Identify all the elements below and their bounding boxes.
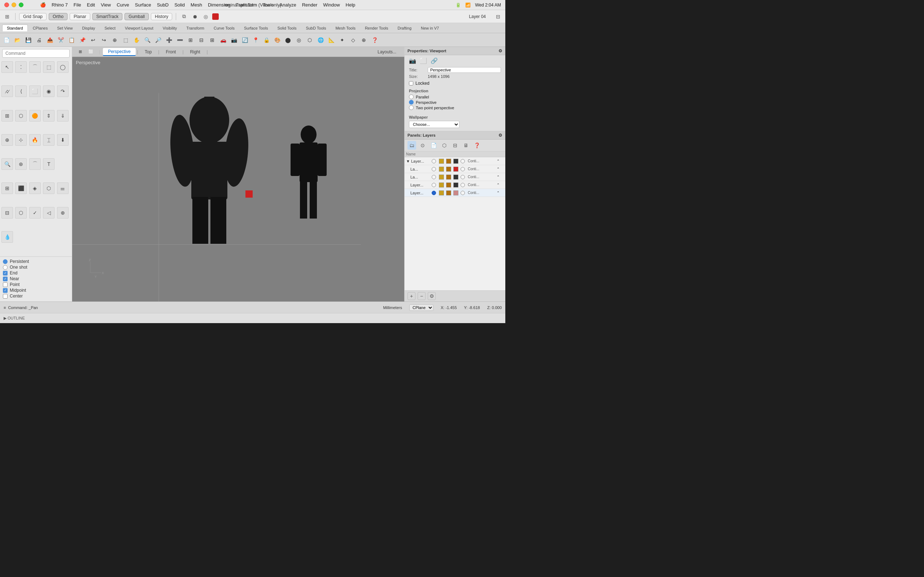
cplane-select[interactable]: CPlane World — [409, 305, 433, 311]
select-all-icon[interactable]: ⊕ — [110, 35, 120, 45]
close-button[interactable] — [4, 3, 9, 7]
tool-deform[interactable]: ⬡ — [15, 110, 27, 121]
expand-icon[interactable]: ⊟ — [494, 12, 502, 21]
tool-magnify[interactable]: 🔍 — [2, 158, 13, 170]
tool-blob[interactable]: 🟠 — [29, 110, 41, 121]
measure-icon[interactable]: 📐 — [326, 35, 336, 45]
snap-to-icon[interactable]: ◇ — [348, 35, 358, 45]
layer-row[interactable]: La... Conti... ⌃ — [405, 173, 505, 181]
outline-panel[interactable]: ▶ OUTLINE — [0, 313, 505, 323]
layer-vis-2[interactable] — [432, 175, 436, 179]
sidebar-toggle[interactable]: ⊞ — [3, 12, 11, 21]
grid-icon[interactable]: ⊞ — [207, 35, 217, 45]
tab-surface-tools[interactable]: Surface Tools — [240, 25, 272, 31]
tab-transform[interactable]: Transform — [182, 25, 208, 31]
vp-props-gear[interactable]: ⚙ — [498, 48, 502, 53]
mesh-sphere-icon[interactable]: ⬤ — [283, 35, 293, 45]
tool-surface[interactable]: ◈ — [29, 182, 41, 194]
layer-vis-4[interactable] — [432, 191, 436, 195]
cut-icon[interactable]: ✂️ — [56, 35, 66, 45]
end-check[interactable]: ✓ — [3, 271, 8, 276]
tab-mesh-tools[interactable]: Mesh Tools — [331, 25, 360, 31]
menu-edit[interactable]: Edit — [87, 2, 95, 8]
tab-cplanes[interactable]: CPlanes — [29, 25, 52, 31]
point-check[interactable] — [3, 282, 8, 287]
redo-icon[interactable]: ↪ — [99, 35, 109, 45]
tab-new-in-v7[interactable]: New in V7 — [417, 25, 443, 31]
tab-drafting[interactable]: Drafting — [393, 25, 416, 31]
tab-select[interactable]: Select — [100, 25, 120, 31]
tool-sub-select[interactable]: ◉ — [43, 85, 55, 97]
car-icon[interactable]: 🚗 — [218, 35, 228, 45]
menu-analyze[interactable]: Analyze — [279, 2, 296, 8]
viewport-layout-icon[interactable]: ⊟ — [196, 35, 207, 45]
tool-polyline[interactable]: ⬜ — [29, 85, 41, 97]
tool-extrude[interactable]: ⬛ — [15, 182, 27, 194]
smarttrack-button[interactable]: SmartTrack — [92, 13, 123, 20]
open-icon[interactable]: 📂 — [12, 35, 23, 45]
tool-curve-network[interactable]: ⌒ — [29, 61, 41, 73]
gumball-button[interactable]: Gumball — [124, 13, 149, 20]
camera-path-icon[interactable]: 📷 — [229, 35, 239, 45]
record-icon[interactable]: ⏺ — [191, 12, 199, 21]
undo-icon[interactable]: ↩ — [88, 35, 98, 45]
layers-gear[interactable]: ⚙ — [498, 133, 502, 138]
wallpaper-select[interactable]: Choose... — [409, 121, 459, 128]
vp-tab-front[interactable]: Front — [161, 48, 181, 56]
tab-render-tools[interactable]: Render Tools — [360, 25, 393, 31]
tab-setview[interactable]: Set View — [53, 25, 77, 31]
render-btn-icon[interactable]: 🎨 — [272, 35, 282, 45]
named-view-icon[interactable]: 📍 — [250, 35, 261, 45]
layer-print-3[interactable] — [460, 183, 465, 187]
tool-row7-4[interactable]: ◁ — [43, 207, 55, 219]
zoom-in-icon[interactable]: ➕ — [164, 35, 174, 45]
zoom-window-icon[interactable]: 🔎 — [153, 35, 163, 45]
layer-row[interactable]: ▼ Layer... Conti... ⌃ — [405, 157, 505, 165]
tool-eyedrop-single[interactable]: 💧 — [2, 231, 13, 243]
layer-vis-1[interactable] — [432, 167, 436, 171]
tool-text-t[interactable]: T — [43, 158, 55, 170]
tool-eyedropper[interactable]: ⊛ — [15, 158, 27, 170]
layer-arrow-2[interactable]: ⌃ — [497, 175, 504, 179]
midpoint-check[interactable]: ✓ — [3, 288, 8, 293]
layers-settings-button[interactable]: ⚙ — [428, 292, 436, 300]
named-snap-icon[interactable]: 🔒 — [261, 35, 271, 45]
layer-color-0[interactable] — [453, 159, 459, 164]
tab-curve-tools[interactable]: Curve Tools — [209, 25, 239, 31]
extra-tool-icon[interactable]: ⊕ — [359, 35, 369, 45]
center-check[interactable] — [3, 294, 8, 298]
menu-curve[interactable]: Curve — [116, 2, 129, 8]
tool-circle-select[interactable]: ◯ — [57, 61, 69, 73]
menu-render[interactable]: Render — [302, 2, 318, 8]
tool-move[interactable]: ⇕ — [43, 110, 55, 121]
maximize-button[interactable] — [19, 3, 23, 7]
menu-mesh[interactable]: Mesh — [191, 2, 202, 8]
tool-brush-select[interactable]: ⟨ — [15, 85, 27, 97]
layers-icon-object[interactable]: ⊙ — [418, 141, 427, 150]
layer-row[interactable]: La... Conti... ⌃ — [405, 165, 505, 173]
tool-mirror[interactable]: ⇓ — [57, 110, 69, 121]
tool-lasso[interactable]: ⌭ — [2, 85, 13, 97]
layer-row[interactable]: Layer... Conti... ⌃ — [405, 181, 505, 189]
tab-display[interactable]: Display — [78, 25, 99, 31]
tool-layout-grid[interactable]: ⊞ — [2, 182, 13, 194]
tool-grid-select[interactable]: ⊞ — [2, 110, 13, 121]
layers-icon-screen[interactable]: 🖥 — [462, 141, 470, 150]
near-check[interactable]: ✓ — [3, 277, 8, 281]
menu-subd[interactable]: SubD — [157, 2, 169, 8]
vp-tab-right[interactable]: Right — [185, 48, 205, 56]
window-select-icon[interactable]: ⬚ — [121, 35, 131, 45]
tool-point-cloud[interactable]: ⁚ — [15, 61, 27, 73]
history-button[interactable]: History — [151, 13, 172, 20]
layer-row-active[interactable]: Layer... Conti... ⌃ — [405, 189, 505, 197]
tool-select-click[interactable]: ↖ — [2, 61, 13, 73]
tool-row7-2[interactable]: ⬡ — [15, 207, 27, 219]
layer-print-1[interactable] — [460, 167, 465, 171]
layers-icon-viewport2[interactable]: ⊟ — [451, 141, 459, 150]
grid-snap-button[interactable]: Grid Snap — [19, 13, 47, 20]
ortho-button[interactable]: Ortho — [49, 13, 68, 20]
tool-fence[interactable]: ⚌ — [57, 182, 69, 194]
tool-row7-5[interactable]: ⊕ — [57, 207, 69, 219]
layers-icon-mesh[interactable]: ⬡ — [440, 141, 449, 150]
circle-dot-icon[interactable]: ◎ — [294, 35, 304, 45]
